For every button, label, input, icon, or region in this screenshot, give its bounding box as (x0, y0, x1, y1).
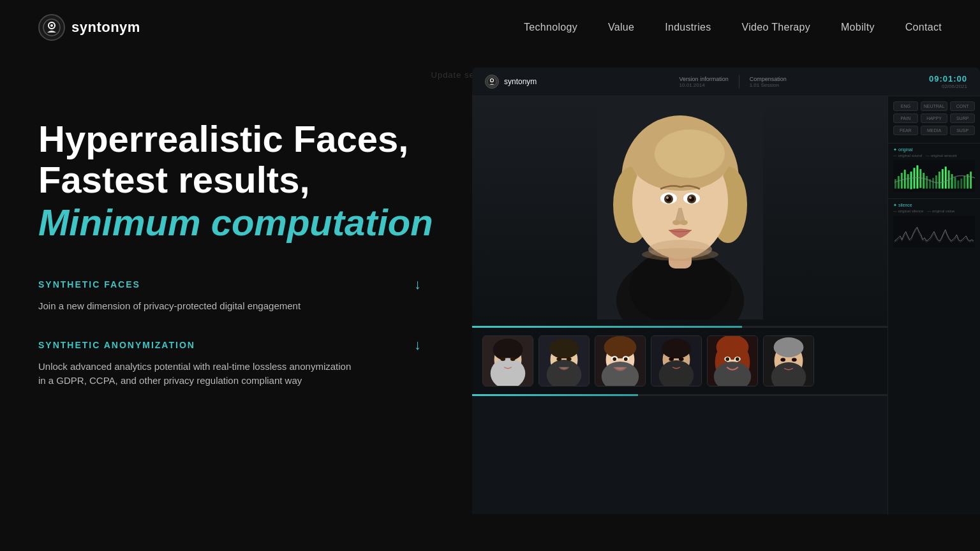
hero-headline: Hyperrealistic Faces, Fastest results, (38, 119, 447, 200)
waveform-title-original: ✦ original (893, 147, 975, 152)
svg-point-63 (736, 357, 739, 361)
logo-text: syntonym (71, 19, 140, 36)
svg-rect-86 (942, 169, 944, 189)
svg-point-2 (50, 24, 53, 27)
svg-rect-79 (919, 169, 921, 188)
svg-rect-91 (957, 180, 959, 189)
ctrl-btn-1[interactable]: ENG (893, 101, 918, 111)
ctrl-btn-7[interactable]: FEAR (893, 126, 918, 135)
feature-synthetic-faces: SYNTHETIC FACES ↓ Join a new dimension o… (38, 276, 447, 314)
demo-logo-icon (485, 75, 499, 89)
arrow-down-icon-1: ↓ (414, 276, 421, 293)
svg-rect-81 (926, 176, 928, 189)
nav-video-therapy[interactable]: Video Therapy (742, 22, 810, 33)
face-thumb-3[interactable] (595, 335, 646, 386)
legend-original-silence: — original silence (893, 209, 923, 213)
demo-side-panels: ENG NEUTRAL CONT PAIN HAPPY SURP FEAR ME… (887, 96, 980, 515)
svg-point-15 (655, 129, 725, 178)
face-thumb-1[interactable] (482, 335, 533, 386)
svg-point-24 (672, 220, 680, 225)
svg-rect-85 (939, 172, 940, 189)
svg-rect-89 (951, 174, 953, 189)
nav-contact[interactable]: Contact (905, 22, 942, 33)
svg-point-53 (679, 357, 684, 361)
svg-rect-95 (970, 172, 972, 189)
headline-accent: Minimum computation (38, 200, 447, 245)
svg-point-30 (493, 339, 523, 361)
avatar-svg (597, 103, 763, 320)
svg-point-50 (662, 339, 692, 358)
svg-point-61 (725, 357, 729, 361)
demo-topbar: syntonym Version information 10.01.2014 … (472, 68, 980, 96)
svg-rect-77 (914, 168, 916, 188)
waveform-legend: — original sound — original amount (893, 154, 975, 158)
svg-rect-73 (901, 173, 903, 189)
svg-point-19 (666, 196, 669, 199)
compensation-value: 1.01 Session (750, 82, 787, 88)
silence-panel: ✦ silence — original silence — original … (888, 199, 980, 254)
legend-original-sound: — original sound (893, 154, 922, 158)
legend-original-value: — original value (927, 209, 954, 213)
demo-divider (739, 75, 739, 88)
svg-point-66 (774, 337, 804, 357)
svg-point-23 (689, 196, 692, 199)
nav-links: Technology Value Industries Video Therap… (524, 22, 942, 33)
waveform-svg-original (893, 160, 975, 192)
svg-point-32 (500, 357, 505, 361)
svg-point-47 (624, 357, 628, 361)
svg-point-27 (642, 248, 718, 261)
demo-compensation-block: Compensation 1.01 Session (750, 76, 787, 88)
svg-rect-78 (916, 165, 918, 188)
avatar-figure (597, 103, 763, 320)
ctrl-btn-9[interactable]: SUSP (950, 126, 975, 135)
face-thumbnails (472, 328, 887, 394)
face-thumb-2[interactable] (538, 335, 590, 386)
svg-rect-83 (932, 178, 934, 189)
demo-version-block: Version information 10.01.2014 (679, 76, 729, 88)
headline-line1: Hyperrealistic Faces, (38, 118, 408, 159)
ctrl-btn-6[interactable]: SURP (950, 114, 975, 123)
feature-title-1: SYNTHETIC FACES (38, 279, 140, 290)
svg-rect-93 (963, 176, 965, 189)
version-value: 10.01.2014 (679, 82, 729, 88)
demo-date: 02/06/2021 (929, 84, 967, 89)
nav-mobilty[interactable]: Mobilty (841, 22, 875, 33)
silence-title: ✦ silence (893, 203, 975, 208)
ctrl-btn-5[interactable]: HAPPY (921, 114, 948, 123)
face-thumb-6[interactable] (763, 335, 814, 386)
nav-industries[interactable]: Industries (665, 22, 711, 33)
svg-point-52 (669, 357, 674, 361)
svg-point-33 (510, 357, 516, 361)
controls-grid: ENG NEUTRAL CONT PAIN HAPPY SURP FEAR ME… (893, 101, 975, 135)
demo-logo-text: syntonym (504, 77, 537, 86)
waveform-panel-original: ✦ original — original sound — original a… (888, 143, 980, 199)
ctrl-btn-2[interactable]: NEUTRAL (921, 101, 948, 111)
svg-point-68 (780, 358, 785, 362)
hero-right: syntonym Version information 10.01.2014 … (447, 80, 942, 514)
svg-point-45 (612, 357, 616, 361)
feature-title-2: SYNTHETIC ANONYMIZATION (38, 340, 195, 350)
nav-value[interactable]: Value (608, 22, 634, 33)
hero-left: Hyperrealistic Faces, Fastest results, M… (38, 80, 447, 514)
svg-rect-84 (935, 175, 937, 189)
demo-bottom-fill (472, 394, 638, 396)
svg-rect-76 (910, 172, 912, 189)
demo-time-block: 09:01:00 02/06/2021 (929, 74, 967, 89)
svg-rect-90 (954, 177, 956, 189)
svg-point-0 (43, 19, 60, 36)
demo-progress-bar (472, 326, 887, 328)
face-thumb-4[interactable] (651, 335, 702, 386)
features-section: SYNTHETIC FACES ↓ Join a new dimension o… (38, 276, 447, 388)
compensation-label: Compensation (750, 76, 787, 82)
logo-icon (38, 14, 65, 41)
ctrl-btn-3[interactable]: CONT (950, 101, 975, 111)
ctrl-btn-4[interactable]: PAIN (893, 114, 918, 123)
headline-line2: Fastest results, (38, 159, 310, 200)
silence-legend: — original silence — original value (893, 209, 975, 213)
svg-point-39 (567, 357, 572, 361)
svg-rect-71 (895, 179, 896, 189)
ctrl-btn-8[interactable]: MEDIA (921, 126, 948, 135)
face-thumb-5[interactable] (707, 335, 758, 386)
nav-technology[interactable]: Technology (524, 22, 577, 33)
avatar-container (472, 96, 887, 326)
